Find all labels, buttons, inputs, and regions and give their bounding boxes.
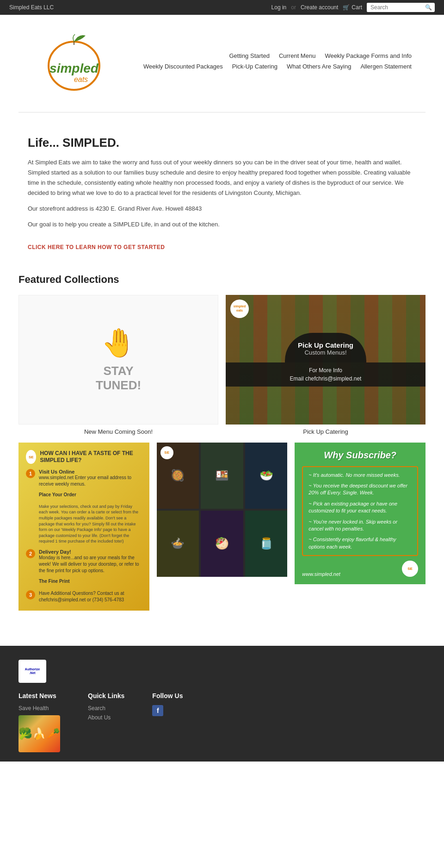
subscribe-list: ~ It's automatic. No more missed weeks. … bbox=[302, 466, 418, 556]
how-box: SE HOW CAN I HAVE A TASTE OF THE SIMPLED… bbox=[18, 443, 149, 611]
hero-paragraph: At Simpled Eats we aim to take the worry… bbox=[28, 157, 416, 198]
facebook-icon[interactable]: f bbox=[152, 705, 163, 716]
meals-box: SE 🥘 🍱 🥗 🍲 🥙 🫙 bbox=[157, 443, 288, 577]
subscribe-footer: www.simpled.net SE bbox=[302, 561, 418, 577]
step-2-text: Monday is here...and so are your meals f… bbox=[39, 555, 142, 574]
header: simpled eats Getting Started Current Men… bbox=[0, 15, 444, 103]
logo-svg: simpled eats bbox=[42, 29, 106, 94]
hand-icon: 🤚 bbox=[101, 326, 136, 359]
how-step-3: 3 Have Additional Questions? Contact us … bbox=[26, 590, 142, 603]
meal-cell-5: 🥙 bbox=[201, 511, 243, 577]
top-bar-actions: Log in or Create account 🛒 Cart 🔍 bbox=[271, 3, 435, 12]
nav-weekly-discounted[interactable]: Weekly Discounted Packages bbox=[143, 63, 223, 70]
collection-catering: simpledeats Pick Up Catering Custom Menu… bbox=[226, 295, 426, 435]
subscribe-title: Why Subscribe? bbox=[302, 450, 418, 461]
catering-info2: Email chefchris@simpled.net bbox=[235, 375, 416, 382]
follow-us-title: Follow Us bbox=[152, 692, 183, 699]
subscribe-collection: Why Subscribe? ~ It's automatic. No more… bbox=[295, 443, 426, 611]
footer-follow-us: Follow Us f bbox=[152, 692, 183, 752]
quick-links-title: Quick Links bbox=[88, 692, 124, 699]
how-box-title: HOW CAN I HAVE A TASTE OF THE SIMPLED LI… bbox=[40, 450, 142, 464]
footer-cols: Latest News Save Health 🥦🍌🥕 Quick Links … bbox=[18, 692, 426, 752]
nav-pickup-catering[interactable]: Pick-Up Catering bbox=[232, 63, 278, 70]
hero-headline: Life... SIMPLED. bbox=[28, 136, 416, 150]
subscribe-item-2: ~ Pick an existing package or have one c… bbox=[308, 500, 412, 515]
svg-text:simpled: simpled bbox=[49, 61, 99, 75]
quick-link-about[interactable]: About Us bbox=[88, 714, 124, 721]
step-num-2: 2 bbox=[26, 549, 35, 558]
nav-weekly-package-forms[interactable]: Weekly Package Forms and Info bbox=[325, 52, 412, 59]
collections-row-bottom: SE HOW CAN I HAVE A TASTE OF THE SIMPLED… bbox=[18, 443, 426, 611]
catering-line1: Pick Up Catering bbox=[298, 341, 353, 349]
meals-collection: SE 🥘 🍱 🥗 🍲 🥙 🫙 bbox=[157, 443, 288, 611]
cart-label: Cart bbox=[352, 4, 362, 11]
login-link[interactable]: Log in bbox=[271, 4, 287, 11]
meal-logo-1: SE bbox=[160, 446, 173, 459]
footer-quick-links: Quick Links Search About Us bbox=[88, 692, 124, 752]
featured-title: Featured Collections bbox=[18, 274, 426, 286]
hero-section: Life... SIMPLED. At Simpled Eats we aim … bbox=[0, 122, 444, 264]
header-divider bbox=[18, 112, 426, 112]
subscribe-item-3: ~ You're never locked in. Skip weeks or … bbox=[308, 518, 412, 533]
how-to-collection: SE HOW CAN I HAVE A TASTE OF THE SIMPLED… bbox=[18, 443, 149, 611]
svg-text:eats: eats bbox=[74, 75, 88, 83]
how-step-1: 1 Visit Us Online www.simpled.net Enter … bbox=[26, 469, 142, 487]
cart-icon-area[interactable]: 🛒 Cart bbox=[343, 4, 362, 11]
stay-tuned-box: 🤚 STAYTUNED! bbox=[18, 295, 218, 425]
top-search-button[interactable]: 🔍 bbox=[422, 3, 435, 12]
catering-visual[interactable]: simpledeats Pick Up Catering Custom Menu… bbox=[226, 295, 426, 425]
subscribe-item-4: ~ Consistently enjoy flavorful & healthy… bbox=[308, 536, 412, 550]
step-2-title: Delivery Day! bbox=[39, 549, 142, 555]
step-1-text: www.simpled.net Enter your email address… bbox=[39, 475, 142, 487]
nav-getting-started[interactable]: Getting Started bbox=[229, 52, 269, 59]
nav-area: Getting Started Current Menu Weekly Pack… bbox=[116, 52, 412, 70]
footer-authorize: Authorize.Net bbox=[18, 660, 426, 683]
catering-arch: Pick Up Catering Custom Menus! bbox=[285, 333, 366, 362]
latest-news-item-0: Save Health bbox=[18, 705, 60, 712]
hero-cta-link[interactable]: CLICK HERE TO LEARN HOW TO GET STARTED bbox=[28, 244, 165, 250]
latest-news-title: Latest News bbox=[18, 692, 60, 699]
cart-icon: 🛒 bbox=[343, 4, 350, 11]
step-num-3: 3 bbox=[26, 590, 35, 599]
stay-tuned-text: STAYTUNED! bbox=[96, 364, 141, 393]
authorize-badge: Authorize.Net bbox=[18, 660, 46, 683]
latest-news-link-0[interactable]: Save Health bbox=[18, 705, 60, 712]
authorize-text: Authorize.Net bbox=[25, 668, 40, 675]
catering-info1: For More Info bbox=[235, 367, 416, 374]
subscribe-item-0: ~ It's automatic. No more missed weeks. bbox=[308, 472, 412, 479]
new-menu-label: New Menu Coming Soon! bbox=[84, 428, 153, 435]
logo-area: simpled eats bbox=[32, 29, 116, 94]
meal-cell-3: 🥗 bbox=[245, 443, 288, 509]
top-bar: Simpled Eats LLC Log in or Create accoun… bbox=[0, 0, 444, 15]
catering-label: Pick Up Catering bbox=[303, 428, 348, 435]
how-box-logo: SE bbox=[26, 450, 36, 464]
site-name: Simpled Eats LLC bbox=[9, 4, 54, 11]
catering-overlay: Pick Up Catering Custom Menus! For More … bbox=[226, 295, 426, 425]
collection-new-menu: 🤚 STAYTUNED! New Menu Coming Soon! bbox=[18, 295, 218, 435]
nav-row-1: Getting Started Current Menu Weekly Pack… bbox=[229, 52, 412, 59]
place-order-title: Place Your Order bbox=[39, 492, 142, 497]
quick-link-search[interactable]: Search bbox=[88, 705, 124, 712]
meal-cell-6: 🫙 bbox=[245, 511, 288, 577]
meals-grid: SE 🥘 🍱 🥗 🍲 🥙 🫙 bbox=[157, 443, 288, 577]
meal-cell-1: SE 🥘 bbox=[157, 443, 199, 509]
catering-logo-overlay: simpledeats bbox=[230, 300, 249, 318]
top-search-input[interactable] bbox=[367, 3, 422, 12]
nav-what-others[interactable]: What Others Are Saying bbox=[287, 63, 351, 70]
hero-address: Our storefront address is 4230 E. Grand … bbox=[28, 204, 416, 214]
nav-current-menu[interactable]: Current Menu bbox=[279, 52, 315, 59]
how-box-header: SE HOW CAN I HAVE A TASTE OF THE SIMPLED… bbox=[26, 450, 142, 464]
hero-goal: Our goal is to help you create a SIMPLED… bbox=[28, 219, 416, 230]
create-account-link[interactable]: Create account bbox=[301, 4, 338, 11]
step-3-text: Have Additional Questions? Contact us at… bbox=[39, 590, 142, 603]
fine-print-title: The Fine Print bbox=[39, 579, 142, 584]
footer-news-image: 🥦🍌🥕 bbox=[18, 715, 60, 752]
footer: Authorize.Net Latest News Save Health 🥦🍌… bbox=[0, 646, 444, 762]
featured-section: Featured Collections 🤚 STAYTUNED! New Me… bbox=[0, 264, 444, 627]
catering-info: For More Info Email chefchris@simpled.ne… bbox=[226, 362, 426, 387]
nav-allergen[interactable]: Allergen Statement bbox=[360, 63, 412, 70]
subscribe-box: Why Subscribe? ~ It's automatic. No more… bbox=[295, 443, 426, 585]
top-search-form: 🔍 bbox=[367, 3, 435, 12]
footer-latest-news: Latest News Save Health 🥦🍌🥕 bbox=[18, 692, 60, 752]
logo[interactable]: simpled eats bbox=[42, 29, 106, 94]
